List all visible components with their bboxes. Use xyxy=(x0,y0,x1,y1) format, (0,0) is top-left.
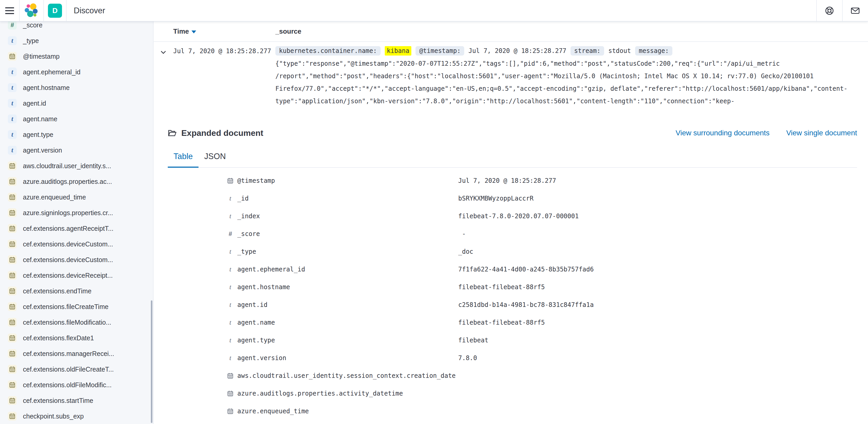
sidebar-scrollbar[interactable] xyxy=(151,301,152,423)
field-label: cef.extensions.startTime xyxy=(23,397,93,404)
sidebar-field-item[interactable]: cef.extensions.fileModificatio... xyxy=(0,314,153,330)
menu-button[interactable] xyxy=(0,0,19,21)
global-header: D Discover xyxy=(0,0,868,21)
field-value: - xyxy=(458,230,857,237)
folder-open-icon xyxy=(168,129,177,137)
expanded-document-tabs: Table JSON xyxy=(168,148,857,168)
field-name: agent.name xyxy=(237,319,458,326)
number-token-icon: # xyxy=(226,230,234,237)
field-label: agent.hostname xyxy=(23,84,69,91)
discover-app-badge: D xyxy=(48,4,62,18)
field-name: _id xyxy=(237,195,458,202)
calendar-icon xyxy=(8,318,17,327)
field-label: aws.cloudtrail.user_identity.s... xyxy=(23,162,111,170)
field-value: filebeat-7.8.0-2020.07.07-000001 xyxy=(458,213,857,220)
field-value: 7f1fa622-4a41-4d00-a245-8b35b757fad6 xyxy=(458,266,857,273)
sidebar-field-item[interactable]: cef.extensions.agentReceiptT... xyxy=(0,221,153,236)
newsfeed-button[interactable] xyxy=(842,0,868,21)
calendar-icon xyxy=(8,271,17,280)
field-label: _type xyxy=(23,37,39,45)
doc-table-row: #_score - xyxy=(168,225,857,243)
time-column-label: Time xyxy=(173,27,189,35)
field-value: filebeat-filebeat-88rf5 xyxy=(458,319,857,326)
expanded-document-section: Expanded document View surrounding docum… xyxy=(168,126,857,424)
field-label: cef.extensions.oldFileCreateT... xyxy=(23,366,114,373)
calendar-icon xyxy=(8,349,17,358)
field-label: agent.version xyxy=(23,146,62,154)
sidebar-field-item[interactable]: tagent.id xyxy=(0,95,153,111)
sidebar-field-item[interactable]: tagent.hostname xyxy=(0,80,153,95)
tab-json[interactable]: JSON xyxy=(198,148,231,167)
help-life-ring-icon xyxy=(825,6,834,15)
time-cell: Jul 7, 2020 @ 18:25:28.277 xyxy=(173,48,271,55)
field-name: agent.ephemeral_id xyxy=(237,266,458,273)
sidebar-field-item[interactable]: azure.enqueued_time xyxy=(0,189,153,205)
calendar-icon xyxy=(8,193,17,202)
source-message-lines: {"type":"response","@timestamp":"2020-07… xyxy=(275,57,850,108)
calendar-icon xyxy=(8,302,17,311)
calendar-icon xyxy=(8,334,17,342)
doc-table-row: tagent.idc2581dbd-b14a-4981-bc78-831c847… xyxy=(168,296,857,314)
sidebar-field-item[interactable]: #_score xyxy=(0,21,153,33)
sidebar-field-item[interactable]: cef.extensions.startTime xyxy=(0,393,153,408)
collapse-row-button[interactable] xyxy=(159,48,168,57)
sidebar-field-item[interactable]: tagent.version xyxy=(0,142,153,158)
field-name: agent.type xyxy=(237,337,458,344)
field-label: cef.extensions.endTime xyxy=(23,287,91,295)
hamburger-icon xyxy=(5,7,14,8)
field-value: 7.8.0 xyxy=(458,355,857,362)
string-token-icon: t xyxy=(8,83,17,92)
sidebar-field-item[interactable]: cef.extensions.endTime xyxy=(0,283,153,299)
sidebar-field-item[interactable]: cef.extensions.deviceCustom... xyxy=(0,236,153,252)
source-summary-line: kubernetes.container.name:kibana@timesta… xyxy=(275,44,850,57)
sidebar-field-item[interactable]: cef.extensions.oldFileModific... xyxy=(0,377,153,393)
sidebar-field-item[interactable]: cef.extensions.deviceCustom... xyxy=(0,252,153,267)
elastic-logo[interactable] xyxy=(20,0,43,21)
calendar-icon xyxy=(8,224,17,233)
doc-table-row: azure.enqueued_time xyxy=(168,402,857,420)
doc-table-row: tagent.typefilebeat xyxy=(168,332,857,349)
tab-table[interactable]: Table xyxy=(168,148,198,167)
sidebar-field-item[interactable]: checkpoint.subs_exp xyxy=(0,408,153,424)
help-button[interactable] xyxy=(817,0,842,21)
sidebar-field-item[interactable]: aws.cloudtrail.user_identity.s... xyxy=(0,158,153,174)
document-row: Jul 7, 2020 @ 18:25:28.277 kubernetes.co… xyxy=(154,42,868,126)
field-label: cef.extensions.oldFileModific... xyxy=(23,381,112,389)
field-value: filebeat xyxy=(458,337,857,344)
string-token-icon: t xyxy=(226,195,234,202)
string-token-icon: t xyxy=(8,114,17,123)
sidebar-field-item[interactable]: azure.signinlogs.properties.cr... xyxy=(0,205,153,221)
calendar-icon xyxy=(8,287,17,295)
time-column-header[interactable]: Time xyxy=(173,27,275,35)
sidebar-field-item[interactable]: @timestamp xyxy=(0,49,153,64)
field-label: agent.ephemeral_id xyxy=(23,68,81,76)
page-title: Discover xyxy=(74,6,105,16)
sidebar-field-item[interactable]: cef.extensions.managerRecei... xyxy=(0,346,153,361)
header-divider xyxy=(43,0,44,21)
sidebar-field-item[interactable]: cef.extensions.fileCreateTime xyxy=(0,299,153,314)
calendar-icon xyxy=(8,208,17,217)
field-label: cef.extensions.flexDate1 xyxy=(23,334,94,342)
field-name: @timestamp xyxy=(237,177,458,185)
view-surrounding-documents-link[interactable]: View surrounding documents xyxy=(676,129,770,137)
sidebar-field-item[interactable]: azure.auditlogs.properties.ac... xyxy=(0,174,153,189)
results-table-header: Time _source xyxy=(154,21,868,42)
sidebar-field-item[interactable]: tagent.name xyxy=(0,111,153,127)
field-label: azure.signinlogs.properties.cr... xyxy=(23,209,113,217)
sidebar-field-item[interactable]: tagent.type xyxy=(0,127,153,142)
string-token-icon: t xyxy=(226,301,234,309)
number-token-icon: # xyxy=(8,21,17,29)
source-field-value: Jul 7, 2020 @ 18:25:28.277 xyxy=(468,47,566,55)
sidebar-field-item[interactable]: cef.extensions.oldFileCreateT... xyxy=(0,361,153,377)
sidebar-field-item[interactable]: cef.extensions.deviceReceipt... xyxy=(0,267,153,283)
sidebar-field-item[interactable]: tagent.ephemeral_id xyxy=(0,64,153,80)
header-divider xyxy=(66,0,66,21)
sidebar-field-item[interactable]: cef.extensions.flexDate1 xyxy=(0,330,153,346)
doc-table-row: azure.auditlogs.properties.activity_date… xyxy=(168,385,857,402)
view-single-document-link[interactable]: View single document xyxy=(786,129,857,137)
highlighted-term: kibana xyxy=(385,46,412,56)
string-token-icon: t xyxy=(226,283,234,291)
document-field-table: @timestampJul 7, 2020 @ 18:25:28.277t_id… xyxy=(168,172,857,420)
message-line: type":"application/json","kbn-version":"… xyxy=(275,95,850,108)
sidebar-field-item[interactable]: t_type xyxy=(0,33,153,49)
